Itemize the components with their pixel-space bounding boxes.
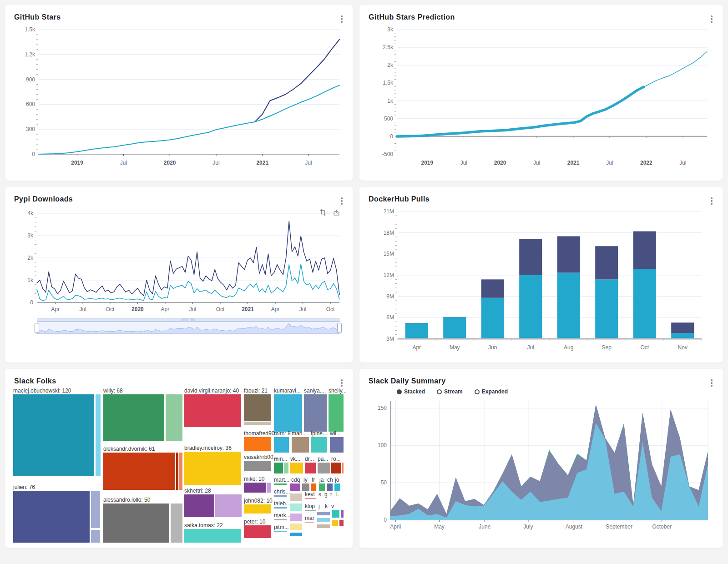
treemap-cell[interactable]: [339, 520, 344, 526]
svg-text:Jul: Jul: [212, 160, 219, 166]
treemap-cell[interactable]: [284, 463, 288, 473]
github-stars-prediction-chart: -50005001k1.5k2k2.5k3k2019Jul2020Jul2021…: [368, 23, 713, 168]
treemap-cell[interactable]: [290, 504, 302, 511]
kebab-menu-icon[interactable]: [708, 14, 716, 24]
treemap-cell[interactable]: [311, 437, 327, 453]
treemap-cell[interactable]: [244, 483, 266, 493]
treemap-cell[interactable]: [317, 524, 330, 528]
treemap-cell[interactable]: [329, 394, 344, 432]
treemap-cell[interactable]: [274, 495, 287, 497]
treemap-cell[interactable]: [342, 463, 344, 473]
restore-icon[interactable]: [333, 209, 340, 217]
datazoom-grip[interactable]: [182, 318, 195, 322]
treemap-cell[interactable]: [13, 394, 94, 476]
kebab-menu-icon[interactable]: [338, 378, 346, 388]
treemap-cell[interactable]: [274, 483, 287, 485]
treemap-cell[interactable]: [103, 394, 164, 441]
kebab-menu-icon[interactable]: [338, 14, 346, 24]
kebab-menu-icon[interactable]: [338, 196, 346, 206]
treemap-cell[interactable]: [96, 394, 101, 476]
legend-item-stacked[interactable]: Stacked: [397, 388, 425, 395]
treemap-cell[interactable]: [176, 453, 178, 490]
treemap-cell[interactable]: [290, 514, 302, 521]
treemap-cell[interactable]: [91, 530, 100, 543]
treemap-cell[interactable]: [327, 483, 333, 491]
treemap-cell[interactable]: [334, 483, 340, 491]
treemap-cell[interactable]: [244, 437, 271, 451]
treemap-cell[interactable]: [341, 510, 344, 518]
treemap-cell[interactable]: [302, 483, 309, 491]
svg-text:18M: 18M: [384, 230, 394, 236]
treemap-cell[interactable]: [305, 510, 316, 511]
datazoom-handle-right[interactable]: [337, 323, 342, 333]
svg-text:August: August: [566, 524, 583, 530]
treemap-cell[interactable]: [184, 394, 241, 427]
github-stars-chart: 03006009001.2k1.5k2019Jul2020Jul2021Jul: [13, 23, 344, 168]
treemap-cell[interactable]: [184, 452, 241, 485]
treemap-cell[interactable]: [317, 512, 330, 515]
treemap-cell[interactable]: [267, 483, 271, 493]
svg-text:September: September: [606, 524, 632, 530]
treemap-cell[interactable]: [244, 525, 271, 538]
treemap-cell[interactable]: [274, 507, 287, 509]
legend-item-stream[interactable]: Stream: [437, 388, 463, 395]
treemap-cell[interactable]: [244, 394, 271, 421]
treemap-cell[interactable]: [274, 519, 287, 520]
treemap-cell[interactable]: [290, 494, 302, 501]
treemap-cell[interactable]: [311, 483, 316, 491]
treemap-cell[interactable]: [330, 437, 344, 453]
treemap-cell[interactable]: [319, 483, 325, 491]
treemap-cell-label: mar: [305, 515, 314, 521]
svg-text:2019: 2019: [71, 160, 83, 166]
treemap-cell[interactable]: [332, 510, 339, 518]
treemap-cell[interactable]: [305, 522, 314, 523]
treemap-cell-label: mike: 10: [244, 476, 264, 482]
treemap-cell[interactable]: [91, 491, 100, 528]
treemap-cell[interactable]: [274, 437, 289, 453]
treemap-cell-label: t: [330, 492, 332, 498]
treemap-cell[interactable]: [244, 422, 271, 425]
treemap-cell[interactable]: [103, 453, 175, 490]
svg-text:Nov: Nov: [678, 344, 688, 351]
panel-pypi-downloads: Pypi Downloads 01k2k3k4kAprJulOct2020Apr…: [5, 187, 353, 363]
treemap-cell[interactable]: [304, 394, 327, 432]
svg-text:2020: 2020: [164, 160, 176, 166]
svg-text:300: 300: [26, 126, 35, 132]
treemap-cell[interactable]: [184, 529, 241, 543]
treemap-cell[interactable]: [290, 524, 302, 530]
treemap-cell-label: kevi: [305, 492, 314, 498]
svg-text:June: June: [479, 524, 490, 530]
treemap-cell[interactable]: [103, 504, 169, 543]
treemap-cell[interactable]: [215, 494, 242, 517]
treemap-cell[interactable]: [171, 504, 182, 543]
treemap-cell-label: pitm...: [274, 524, 289, 530]
legend-item-expanded[interactable]: Expanded: [475, 388, 508, 395]
treemap-cell[interactable]: [244, 504, 271, 514]
treemap-cell[interactable]: [179, 453, 182, 490]
treemap-cell[interactable]: [305, 463, 316, 473]
treemap-cell[interactable]: [244, 461, 271, 471]
treemap-cell[interactable]: [290, 483, 300, 491]
treemap-cell[interactable]: [274, 463, 283, 473]
treemap-cell[interactable]: [13, 491, 90, 543]
svg-text:Oct: Oct: [216, 306, 225, 312]
treemap-cell[interactable]: [332, 520, 338, 526]
treemap-cell[interactable]: [318, 463, 330, 473]
treemap-cell[interactable]: [292, 437, 309, 453]
treemap-cell[interactable]: [317, 518, 330, 522]
svg-text:Oct: Oct: [640, 344, 649, 351]
treemap-cell[interactable]: [305, 498, 316, 499]
treemap-cell[interactable]: [274, 394, 302, 432]
treemap-cell[interactable]: [274, 531, 287, 532]
treemap-cell[interactable]: [290, 463, 303, 473]
kebab-menu-icon[interactable]: [708, 378, 716, 388]
treemap-cell-label: mark...: [274, 513, 291, 519]
treemap-cell[interactable]: [290, 533, 302, 536]
datazoom-slider[interactable]: [37, 322, 339, 334]
treemap-cell[interactable]: [166, 394, 182, 441]
kebab-menu-icon[interactable]: [708, 196, 716, 206]
datazoom-icon[interactable]: [319, 209, 327, 217]
datazoom-handle-left[interactable]: [35, 323, 39, 333]
treemap-cell[interactable]: [331, 463, 341, 473]
treemap-cell[interactable]: [184, 494, 214, 517]
